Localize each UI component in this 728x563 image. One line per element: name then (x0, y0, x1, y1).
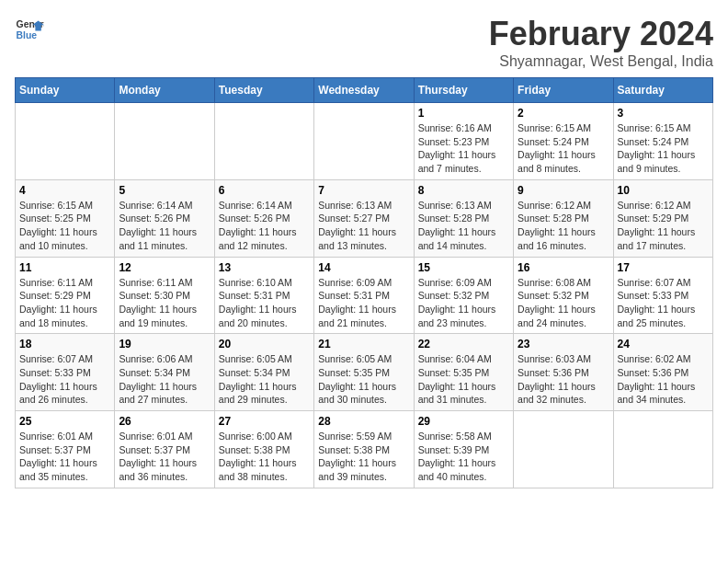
main-title: February 2024 (489, 15, 713, 53)
calendar-cell: 17Sunrise: 6:07 AM Sunset: 5:33 PM Dayli… (613, 257, 712, 334)
day-number: 20 (219, 338, 310, 350)
day-number: 12 (119, 261, 210, 274)
day-info: Sunrise: 6:06 AM Sunset: 5:34 PM Dayligh… (119, 352, 210, 407)
day-info: Sunrise: 6:03 AM Sunset: 5:36 PM Dayligh… (518, 352, 609, 407)
calendar-cell: 14Sunrise: 6:09 AM Sunset: 5:31 PM Dayli… (314, 257, 414, 334)
day-header-friday: Friday (514, 78, 613, 103)
calendar-cell: 3Sunrise: 6:15 AM Sunset: 5:24 PM Daylig… (613, 103, 712, 180)
day-info: Sunrise: 6:15 AM Sunset: 5:24 PM Dayligh… (618, 121, 709, 176)
day-info: Sunrise: 6:07 AM Sunset: 5:33 PM Dayligh… (19, 352, 110, 407)
day-info: Sunrise: 6:11 AM Sunset: 5:29 PM Dayligh… (19, 276, 110, 330)
day-number: 22 (418, 338, 509, 350)
svg-text:Blue: Blue (17, 30, 38, 40)
week-row-2: 4Sunrise: 6:15 AM Sunset: 5:25 PM Daylig… (16, 179, 713, 257)
day-info: Sunrise: 6:01 AM Sunset: 5:37 PM Dayligh… (19, 430, 110, 484)
day-number: 5 (119, 184, 210, 197)
calendar-cell: 15Sunrise: 6:09 AM Sunset: 5:32 PM Dayli… (414, 257, 513, 334)
day-info: Sunrise: 6:11 AM Sunset: 5:30 PM Dayligh… (119, 276, 210, 330)
calendar-cell: 26Sunrise: 6:01 AM Sunset: 5:37 PM Dayli… (115, 411, 214, 488)
calendar-cell (514, 411, 613, 488)
calendar-cell: 4Sunrise: 6:15 AM Sunset: 5:25 PM Daylig… (16, 179, 115, 257)
calendar-header-row: SundayMondayTuesdayWednesdayThursdayFrid… (16, 78, 713, 103)
day-header-tuesday: Tuesday (214, 78, 313, 103)
day-header-sunday: Sunday (16, 78, 115, 103)
day-number: 28 (318, 415, 409, 428)
day-number: 4 (19, 184, 110, 197)
day-number: 25 (19, 415, 110, 428)
day-number: 16 (518, 261, 609, 274)
calendar-cell: 7Sunrise: 6:13 AM Sunset: 5:27 PM Daylig… (314, 179, 414, 257)
calendar-cell: 22Sunrise: 6:04 AM Sunset: 5:35 PM Dayli… (414, 334, 513, 411)
calendar-cell: 9Sunrise: 6:12 AM Sunset: 5:28 PM Daylig… (514, 179, 613, 257)
calendar-cell: 5Sunrise: 6:14 AM Sunset: 5:26 PM Daylig… (115, 179, 214, 257)
calendar-cell (16, 103, 115, 180)
day-info: Sunrise: 6:05 AM Sunset: 5:34 PM Dayligh… (219, 352, 310, 407)
calendar-cell: 12Sunrise: 6:11 AM Sunset: 5:30 PM Dayli… (115, 257, 214, 334)
calendar-cell (314, 103, 414, 180)
day-info: Sunrise: 6:08 AM Sunset: 5:32 PM Dayligh… (518, 276, 609, 330)
title-block: February 2024 Shyamnagar, West Bengal, I… (489, 15, 713, 70)
day-header-saturday: Saturday (613, 78, 712, 103)
day-info: Sunrise: 6:02 AM Sunset: 5:36 PM Dayligh… (618, 352, 709, 407)
day-number: 7 (318, 184, 409, 197)
day-number: 2 (518, 107, 609, 120)
calendar-cell: 6Sunrise: 6:14 AM Sunset: 5:26 PM Daylig… (214, 179, 313, 257)
day-info: Sunrise: 6:09 AM Sunset: 5:32 PM Dayligh… (418, 276, 509, 330)
calendar-cell: 21Sunrise: 6:05 AM Sunset: 5:35 PM Dayli… (314, 334, 414, 411)
calendar-cell: 25Sunrise: 6:01 AM Sunset: 5:37 PM Dayli… (16, 411, 115, 488)
calendar-cell: 29Sunrise: 5:58 AM Sunset: 5:39 PM Dayli… (414, 411, 513, 488)
calendar-cell (613, 411, 712, 488)
day-number: 17 (618, 261, 709, 274)
day-info: Sunrise: 6:14 AM Sunset: 5:26 PM Dayligh… (119, 199, 210, 253)
logo-icon: General Blue (15, 15, 44, 44)
day-number: 10 (618, 184, 709, 197)
week-row-5: 25Sunrise: 6:01 AM Sunset: 5:37 PM Dayli… (16, 411, 713, 488)
day-number: 15 (418, 261, 509, 274)
page-header: General Blue February 2024 Shyamnagar, W… (15, 15, 713, 70)
day-number: 18 (19, 338, 110, 350)
day-info: Sunrise: 6:12 AM Sunset: 5:29 PM Dayligh… (618, 199, 709, 253)
day-info: Sunrise: 6:16 AM Sunset: 5:23 PM Dayligh… (418, 121, 509, 176)
calendar-cell: 23Sunrise: 6:03 AM Sunset: 5:36 PM Dayli… (514, 334, 613, 411)
logo: General Blue (15, 15, 44, 44)
calendar-cell: 24Sunrise: 6:02 AM Sunset: 5:36 PM Dayli… (613, 334, 712, 411)
day-number: 24 (618, 338, 709, 350)
day-info: Sunrise: 6:13 AM Sunset: 5:28 PM Dayligh… (418, 199, 509, 253)
day-number: 29 (418, 415, 509, 428)
day-info: Sunrise: 6:07 AM Sunset: 5:33 PM Dayligh… (618, 276, 709, 330)
calendar-cell: 8Sunrise: 6:13 AM Sunset: 5:28 PM Daylig… (414, 179, 513, 257)
calendar-cell: 19Sunrise: 6:06 AM Sunset: 5:34 PM Dayli… (115, 334, 214, 411)
calendar-cell: 27Sunrise: 6:00 AM Sunset: 5:38 PM Dayli… (214, 411, 313, 488)
day-number: 14 (318, 261, 409, 274)
day-number: 1 (418, 107, 509, 120)
calendar-cell (115, 103, 214, 180)
calendar-cell: 20Sunrise: 6:05 AM Sunset: 5:34 PM Dayli… (214, 334, 313, 411)
calendar-cell: 10Sunrise: 6:12 AM Sunset: 5:29 PM Dayli… (613, 179, 712, 257)
calendar-cell: 28Sunrise: 5:59 AM Sunset: 5:38 PM Dayli… (314, 411, 414, 488)
calendar-table: SundayMondayTuesdayWednesdayThursdayFrid… (15, 77, 713, 488)
day-info: Sunrise: 6:15 AM Sunset: 5:24 PM Dayligh… (518, 121, 609, 176)
day-number: 23 (518, 338, 609, 350)
day-info: Sunrise: 6:01 AM Sunset: 5:37 PM Dayligh… (119, 430, 210, 484)
day-number: 6 (219, 184, 310, 197)
week-row-3: 11Sunrise: 6:11 AM Sunset: 5:29 PM Dayli… (16, 257, 713, 334)
week-row-1: 1Sunrise: 6:16 AM Sunset: 5:23 PM Daylig… (16, 103, 713, 180)
day-number: 13 (219, 261, 310, 274)
day-info: Sunrise: 6:12 AM Sunset: 5:28 PM Dayligh… (518, 199, 609, 253)
day-info: Sunrise: 5:58 AM Sunset: 5:39 PM Dayligh… (418, 430, 509, 484)
calendar-cell (214, 103, 313, 180)
calendar-cell: 2Sunrise: 6:15 AM Sunset: 5:24 PM Daylig… (514, 103, 613, 180)
day-number: 26 (119, 415, 210, 428)
day-number: 27 (219, 415, 310, 428)
day-number: 19 (119, 338, 210, 350)
week-row-4: 18Sunrise: 6:07 AM Sunset: 5:33 PM Dayli… (16, 334, 713, 411)
day-number: 11 (19, 261, 110, 274)
day-info: Sunrise: 6:13 AM Sunset: 5:27 PM Dayligh… (318, 199, 409, 253)
day-info: Sunrise: 6:00 AM Sunset: 5:38 PM Dayligh… (219, 430, 310, 484)
day-info: Sunrise: 6:10 AM Sunset: 5:31 PM Dayligh… (219, 276, 310, 330)
subtitle: Shyamnagar, West Bengal, India (489, 53, 713, 70)
calendar-cell: 11Sunrise: 6:11 AM Sunset: 5:29 PM Dayli… (16, 257, 115, 334)
calendar-cell: 16Sunrise: 6:08 AM Sunset: 5:32 PM Dayli… (514, 257, 613, 334)
day-header-wednesday: Wednesday (314, 78, 414, 103)
day-number: 8 (418, 184, 509, 197)
